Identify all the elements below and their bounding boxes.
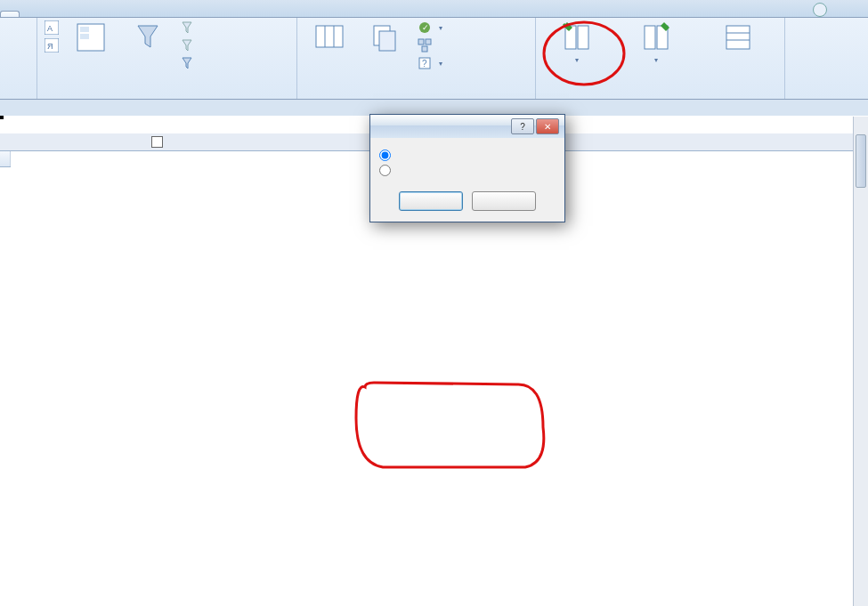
svg-rect-25 (726, 26, 750, 49)
clear-filter-button[interactable] (178, 20, 199, 36)
svg-rect-15 (426, 39, 431, 44)
reapply-filter-button[interactable] (178, 37, 199, 53)
sort-desc-button[interactable]: Я (43, 37, 61, 53)
selection-border (0, 116, 4, 119)
sort-asc-button[interactable]: A (43, 20, 61, 36)
expand-ribbon-icon[interactable] (848, 3, 863, 17)
svg-text:✓: ✓ (422, 23, 429, 32)
vertical-scrollbar[interactable] (853, 117, 868, 606)
tab-data[interactable] (0, 11, 20, 17)
svg-rect-16 (422, 46, 427, 52)
svg-rect-5 (80, 27, 89, 32)
svg-rect-11 (379, 31, 395, 51)
sort-button[interactable] (64, 20, 118, 57)
column-headers[interactable] (0, 151, 11, 167)
tab-view[interactable] (37, 12, 55, 17)
filter-button[interactable] (121, 20, 174, 57)
svg-rect-7 (316, 26, 343, 47)
text-to-columns-button[interactable] (303, 20, 355, 57)
svg-text:A: A (47, 24, 53, 33)
svg-rect-6 (80, 34, 89, 39)
group-label-data (297, 84, 535, 97)
svg-rect-14 (418, 39, 424, 44)
minimize-ribbon-icon[interactable] (831, 3, 845, 17)
whatif-button[interactable]: ?▾ (416, 55, 530, 71)
subtotal-button[interactable] (700, 20, 776, 57)
consolidate-button[interactable] (416, 37, 530, 53)
outline-collapse-button[interactable] (151, 136, 163, 148)
ribbon-tabs (0, 0, 868, 18)
svg-text:?: ? (422, 59, 427, 69)
group-dialog: ? ✕ (369, 114, 565, 222)
tab-team[interactable] (73, 12, 91, 17)
cols-radio[interactable] (379, 164, 556, 179)
group-label-outline (536, 84, 784, 97)
ribbon: A Я (0, 18, 868, 100)
svg-rect-22 (645, 26, 655, 49)
tab-review[interactable] (20, 12, 37, 17)
dialog-close-button[interactable]: ✕ (536, 118, 559, 134)
cancel-button[interactable] (472, 191, 536, 211)
help-icon[interactable] (813, 3, 827, 17)
rows-radio[interactable] (379, 149, 556, 164)
tab-addins[interactable] (55, 12, 73, 17)
ungroup-button[interactable]: ▾ (616, 20, 696, 67)
svg-text:Я: Я (47, 42, 53, 51)
data-validation-button[interactable]: ✓▾ (416, 20, 530, 36)
ok-button[interactable] (399, 191, 463, 211)
svg-rect-20 (578, 26, 588, 49)
advanced-filter-button[interactable] (178, 55, 199, 71)
dialog-help-button[interactable]: ? (511, 118, 534, 134)
group-label-sort (37, 84, 296, 97)
group-button[interactable]: ▾ (541, 20, 612, 67)
remove-duplicates-button[interactable] (359, 20, 411, 57)
dialog-titlebar[interactable]: ? ✕ (370, 115, 564, 138)
scrollbar-thumb[interactable] (856, 134, 866, 188)
